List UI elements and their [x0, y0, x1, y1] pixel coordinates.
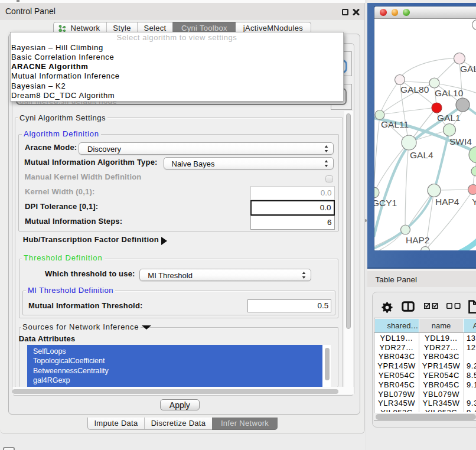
svg-text:HAP4: HAP4	[435, 197, 459, 207]
svg-text:HAP2: HAP2	[406, 235, 430, 245]
svg-text:SWI4: SWI4	[449, 136, 472, 146]
svg-text:GAL80: GAL80	[400, 84, 429, 94]
svg-text:GCY1: GCY1	[374, 198, 397, 208]
svg-text:GAL10: GAL10	[435, 87, 464, 97]
svg-text:GAL1: GAL1	[437, 113, 461, 123]
svg-text:Y: Y	[472, 197, 476, 207]
svg-text:GAL4: GAL4	[410, 150, 433, 160]
svg-text:GAL11: GAL11	[381, 119, 409, 129]
svg-text:GAL2: GAL2	[460, 64, 476, 74]
